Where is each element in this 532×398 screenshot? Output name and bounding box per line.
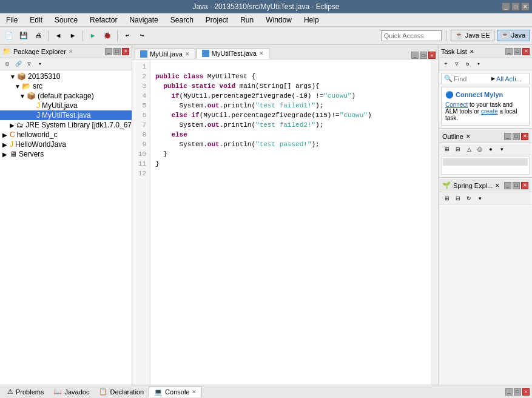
task-sync-btn[interactable]: ↻ (463, 59, 473, 69)
save-button[interactable]: 💾 (17, 29, 30, 42)
task-menu-btn[interactable]: ▾ (474, 59, 483, 69)
spring-btn-4[interactable]: ▾ (475, 194, 485, 203)
package-explorer-maximize[interactable]: □ (113, 48, 121, 55)
package-explorer-close[interactable]: ✕ (122, 48, 129, 55)
outline-controls: _ □ ✕ (504, 133, 528, 140)
spring-btn-3[interactable]: ↻ (464, 194, 474, 203)
tab-myutiltest-close[interactable]: ✕ (259, 50, 264, 56)
menu-project[interactable]: Project (202, 15, 232, 25)
tree-item-helloworldjava[interactable]: ▶ J HelloWorldJava (0, 140, 132, 149)
forward-button[interactable]: ▶ (66, 29, 79, 42)
editor-scrollbar[interactable] (431, 59, 438, 385)
console-close[interactable]: ✕ (522, 388, 530, 396)
view-menu-button[interactable]: ▾ (35, 59, 45, 69)
debug-button[interactable]: 🐞 (101, 29, 114, 42)
tree-item-src[interactable]: ▼ 📂 src (0, 81, 132, 91)
tree-item-project[interactable]: ▼ 📦 20135310 (0, 72, 132, 81)
tree-item-default-package[interactable]: ▼ 📦 (default package) (0, 91, 132, 101)
tab-myutiltest[interactable]: MyUtilTest.java ✕ (197, 48, 269, 59)
spring-minimize[interactable]: _ (504, 182, 511, 189)
task-list-close[interactable]: ✕ (522, 48, 530, 55)
myutiltest-label: MyUtilTest.java (42, 111, 91, 120)
console-maximize[interactable]: □ (514, 388, 521, 396)
outline-btn-1[interactable]: ⊞ (442, 144, 452, 154)
declaration-icon: 📋 (99, 388, 107, 396)
tree-item-servers[interactable]: ▶ 🖥 Servers (0, 149, 132, 159)
menu-refactor[interactable]: Refactor (86, 15, 121, 25)
link-editor-button[interactable]: 🔗 (13, 59, 23, 69)
tree-item-myutiltest[interactable]: J MyUtilTest.java (0, 110, 132, 120)
main-area: 📁 Package Explorer ✕ _ □ ✕ ⊟ 🔗 ▽ ▾ ▼ 📦 2… (0, 45, 532, 385)
tab-declaration[interactable]: 📋 Declaration (94, 386, 149, 397)
code-lines[interactable]: public class MyUtilTest { public static … (150, 59, 431, 385)
editor-maximize[interactable]: □ (420, 52, 427, 59)
tree-item-jre[interactable]: ▶ 🗂 JRE System Library [jdk1.7.0_67 (0, 120, 132, 130)
tab-myutil[interactable]: MyUtil.java ✕ (135, 49, 195, 59)
java-ee-perspective[interactable]: ☕ Java EE (451, 30, 494, 41)
new-button[interactable]: 📄 (2, 29, 16, 42)
task-find-input[interactable] (454, 75, 490, 83)
menu-file[interactable]: File (2, 15, 21, 25)
task-list-minimize[interactable]: _ (505, 48, 513, 55)
editor-panel-controls: _ □ ✕ (411, 52, 438, 59)
spring-section: 🌱 Spring Expl... ✕ _ □ ✕ ⊞ ⊟ ↻ ▾ (439, 177, 532, 206)
menu-navigate[interactable]: Navigate (126, 15, 161, 25)
tree-item-helloworld-c[interactable]: ▶ C helloworld_c (0, 130, 132, 140)
tree-item-myutil[interactable]: J MyUtil.java (0, 101, 132, 110)
next-edit-button[interactable]: ↪ (135, 29, 149, 42)
minimize-button[interactable]: _ (502, 2, 510, 11)
console-tab-close[interactable]: ✕ (192, 389, 197, 395)
outline-minimize[interactable]: _ (504, 133, 511, 140)
mylyn-create-link[interactable]: create (481, 108, 498, 115)
task-filter-btn[interactable]: ▽ (452, 59, 462, 69)
mylyn-connect-link[interactable]: Connect (445, 101, 468, 108)
maximize-button[interactable]: □ (511, 2, 520, 11)
editor-minimize[interactable]: _ (411, 52, 419, 59)
run-button[interactable]: ▶ (86, 29, 99, 42)
window-title: Java - 20135310/src/MyUtilTest.java - Ec… (192, 2, 339, 11)
menu-source[interactable]: Source (51, 15, 81, 25)
tab-problems[interactable]: ⚠ Problems (2, 386, 49, 397)
java-perspective[interactable]: ☕ Java (497, 30, 530, 41)
outline-btn-5[interactable]: ● (486, 144, 496, 154)
menu-edit[interactable]: Edit (26, 15, 46, 25)
menu-search[interactable]: Search (167, 15, 197, 25)
javadoc-icon: 📖 (53, 388, 62, 396)
tab-console[interactable]: 💻 Console ✕ (149, 386, 202, 397)
outline-btn-6[interactable]: ▾ (497, 144, 507, 154)
tab-myutil-label: MyUtil.java (150, 50, 183, 58)
new-task-button[interactable]: + (441, 59, 451, 69)
bottom-area: ⚠ Problems 📖 Javadoc 📋 Declaration 💻 Con… (0, 385, 532, 398)
spring-btn-1[interactable]: ⊞ (442, 194, 452, 203)
outline-btn-2[interactable]: ⊟ (453, 144, 463, 154)
outline-close[interactable]: ✕ (521, 133, 528, 140)
tab-javadoc[interactable]: 📖 Javadoc (49, 386, 94, 397)
close-button[interactable]: ✕ (521, 2, 530, 11)
spring-btn-2[interactable]: ⊟ (453, 194, 463, 203)
back-button[interactable]: ◀ (52, 29, 65, 42)
package-explorer-minimize[interactable]: _ (105, 48, 112, 55)
spring-close[interactable]: ✕ (521, 182, 528, 189)
menu-run[interactable]: Run (237, 15, 257, 25)
spring-maximize[interactable]: □ (513, 182, 520, 189)
task-activate-label[interactable]: Acti... (505, 75, 522, 83)
code-content[interactable]: 12345 678910 1112 public class MyUtilTes… (132, 59, 438, 385)
collapse-all-button[interactable]: ⊟ (2, 59, 12, 69)
outline-btn-3[interactable]: △ (464, 144, 474, 154)
task-list-sync: ✕ (470, 49, 474, 55)
menu-help[interactable]: Help (300, 15, 323, 25)
prev-edit-button[interactable]: ↩ (121, 29, 134, 42)
outline-maximize[interactable]: □ (513, 133, 520, 140)
filter-button[interactable]: ▽ (24, 59, 34, 69)
menu-window[interactable]: Window (262, 15, 295, 25)
tab-myutil-close[interactable]: ✕ (185, 51, 190, 57)
task-list-maximize[interactable]: □ (514, 48, 521, 55)
task-all-label[interactable]: All (496, 75, 503, 83)
editor-close[interactable]: ✕ (428, 52, 436, 59)
console-minimize[interactable]: _ (505, 388, 513, 396)
spring-label: Spring Expl... (453, 182, 493, 189)
quick-access-input[interactable] (381, 30, 442, 41)
print-button[interactable]: 🖨 (32, 29, 45, 42)
outline-btn-4[interactable]: ◎ (475, 144, 485, 154)
mylyn-icon: 🔵 (445, 91, 454, 98)
